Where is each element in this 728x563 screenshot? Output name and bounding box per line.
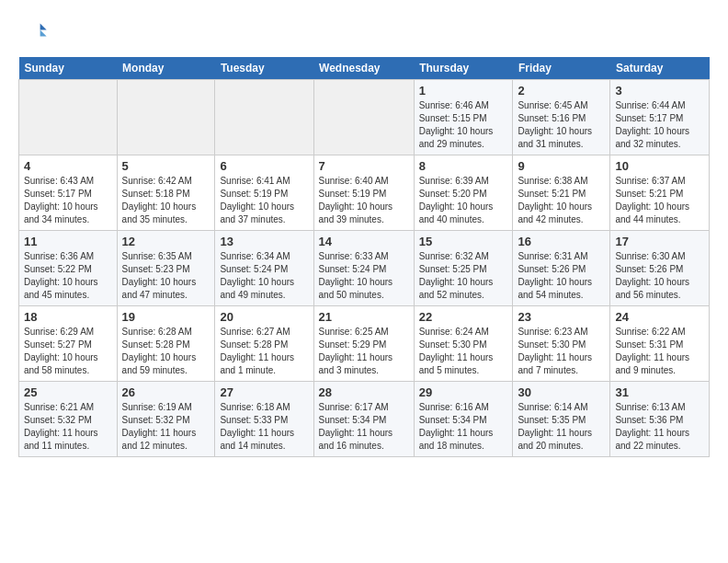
day-number: 25 [24, 385, 112, 399]
svg-marker-1 [40, 30, 47, 37]
calendar-cell: 5Sunrise: 6:42 AMSunset: 5:18 PMDaylight… [117, 155, 215, 231]
day-number: 1 [419, 84, 508, 98]
calendar-cell: 13Sunrise: 6:34 AMSunset: 5:24 PMDayligh… [215, 231, 313, 306]
calendar-cell: 21Sunrise: 6:25 AMSunset: 5:29 PMDayligh… [313, 306, 414, 382]
day-number: 22 [419, 310, 508, 324]
week-row-2: 4Sunrise: 6:43 AMSunset: 5:17 PMDaylight… [19, 155, 710, 231]
day-number: 21 [319, 310, 409, 324]
calendar-cell: 28Sunrise: 6:17 AMSunset: 5:34 PMDayligh… [313, 382, 414, 457]
calendar-cell: 17Sunrise: 6:30 AMSunset: 5:26 PMDayligh… [610, 231, 710, 306]
day-info: Sunrise: 6:18 AMSunset: 5:33 PMDaylight:… [220, 401, 308, 453]
calendar-cell: 1Sunrise: 6:46 AMSunset: 5:15 PMDaylight… [414, 80, 513, 155]
day-info: Sunrise: 6:42 AMSunset: 5:18 PMDaylight:… [122, 175, 210, 226]
header-saturday: Saturday [610, 57, 710, 80]
week-row-5: 25Sunrise: 6:21 AMSunset: 5:32 PMDayligh… [19, 382, 710, 457]
day-number: 3 [615, 84, 704, 98]
day-number: 2 [518, 84, 605, 98]
day-info: Sunrise: 6:17 AMSunset: 5:34 PMDaylight:… [319, 401, 409, 453]
calendar-cell: 11Sunrise: 6:36 AMSunset: 5:22 PMDayligh… [19, 231, 118, 306]
day-info: Sunrise: 6:41 AMSunset: 5:19 PMDaylight:… [220, 175, 308, 226]
day-number: 15 [419, 235, 508, 248]
day-info: Sunrise: 6:31 AMSunset: 5:26 PMDaylight:… [518, 250, 605, 302]
calendar-cell: 20Sunrise: 6:27 AMSunset: 5:28 PMDayligh… [215, 306, 313, 382]
day-number: 18 [24, 310, 112, 324]
day-info: Sunrise: 6:34 AMSunset: 5:24 PMDaylight:… [220, 250, 308, 302]
calendar-header-row: SundayMondayTuesdayWednesdayThursdayFrid… [19, 57, 710, 80]
calendar-cell: 30Sunrise: 6:14 AMSunset: 5:35 PMDayligh… [513, 382, 610, 457]
day-number: 26 [122, 385, 210, 399]
header-sunday: Sunday [19, 57, 118, 80]
calendar-cell: 23Sunrise: 6:23 AMSunset: 5:30 PMDayligh… [513, 306, 610, 382]
day-number: 23 [518, 310, 605, 324]
day-number: 16 [518, 235, 605, 248]
day-info: Sunrise: 6:40 AMSunset: 5:19 PMDaylight:… [319, 175, 409, 226]
day-info: Sunrise: 6:46 AMSunset: 5:15 PMDaylight:… [419, 99, 508, 151]
calendar-cell: 4Sunrise: 6:43 AMSunset: 5:17 PMDaylight… [19, 155, 118, 231]
calendar-cell: 8Sunrise: 6:39 AMSunset: 5:20 PMDaylight… [414, 155, 513, 231]
day-info: Sunrise: 6:45 AMSunset: 5:16 PMDaylight:… [518, 99, 605, 151]
day-info: Sunrise: 6:39 AMSunset: 5:20 PMDaylight:… [419, 175, 508, 226]
day-info: Sunrise: 6:36 AMSunset: 5:22 PMDaylight:… [24, 250, 112, 302]
calendar-cell: 18Sunrise: 6:29 AMSunset: 5:27 PMDayligh… [19, 306, 118, 382]
calendar-cell: 19Sunrise: 6:28 AMSunset: 5:28 PMDayligh… [117, 306, 215, 382]
day-number: 14 [319, 235, 409, 248]
day-number: 17 [615, 235, 704, 248]
day-info: Sunrise: 6:22 AMSunset: 5:31 PMDaylight:… [615, 326, 704, 377]
calendar-cell: 10Sunrise: 6:37 AMSunset: 5:21 PMDayligh… [610, 155, 710, 231]
calendar-cell: 26Sunrise: 6:19 AMSunset: 5:32 PMDayligh… [117, 382, 215, 457]
week-row-1: 1Sunrise: 6:46 AMSunset: 5:15 PMDaylight… [19, 80, 710, 155]
day-info: Sunrise: 6:19 AMSunset: 5:32 PMDaylight:… [122, 401, 210, 453]
day-info: Sunrise: 6:13 AMSunset: 5:36 PMDaylight:… [615, 401, 704, 453]
day-info: Sunrise: 6:16 AMSunset: 5:34 PMDaylight:… [419, 401, 508, 453]
calendar-cell: 25Sunrise: 6:21 AMSunset: 5:32 PMDayligh… [19, 382, 118, 457]
day-info: Sunrise: 6:29 AMSunset: 5:27 PMDaylight:… [24, 326, 112, 377]
day-number: 24 [615, 310, 704, 324]
calendar-cell [215, 80, 313, 155]
header-wednesday: Wednesday [313, 57, 414, 80]
day-number: 11 [24, 235, 112, 248]
calendar-cell [313, 80, 414, 155]
calendar-cell [117, 80, 215, 155]
calendar-cell: 2Sunrise: 6:45 AMSunset: 5:16 PMDaylight… [513, 80, 610, 155]
day-info: Sunrise: 6:23 AMSunset: 5:30 PMDaylight:… [518, 326, 605, 377]
day-number: 8 [419, 159, 508, 173]
calendar-cell: 9Sunrise: 6:38 AMSunset: 5:21 PMDaylight… [513, 155, 610, 231]
day-info: Sunrise: 6:32 AMSunset: 5:25 PMDaylight:… [419, 250, 508, 302]
calendar-cell: 27Sunrise: 6:18 AMSunset: 5:33 PMDayligh… [215, 382, 313, 457]
day-number: 20 [220, 310, 308, 324]
calendar-cell: 24Sunrise: 6:22 AMSunset: 5:31 PMDayligh… [610, 306, 710, 382]
day-info: Sunrise: 6:24 AMSunset: 5:30 PMDaylight:… [419, 326, 508, 377]
day-number: 12 [122, 235, 210, 248]
calendar-cell: 3Sunrise: 6:44 AMSunset: 5:17 PMDaylight… [610, 80, 710, 155]
day-number: 28 [319, 385, 409, 399]
calendar-cell: 31Sunrise: 6:13 AMSunset: 5:36 PMDayligh… [610, 382, 710, 457]
day-number: 4 [24, 159, 112, 173]
svg-marker-0 [40, 24, 47, 30]
day-info: Sunrise: 6:38 AMSunset: 5:21 PMDaylight:… [518, 175, 605, 226]
day-number: 7 [319, 159, 409, 173]
day-number: 13 [220, 235, 308, 248]
header [18, 15, 710, 48]
day-number: 6 [220, 159, 308, 173]
calendar-cell: 22Sunrise: 6:24 AMSunset: 5:30 PMDayligh… [414, 306, 513, 382]
calendar-table: SundayMondayTuesdayWednesdayThursdayFrid… [18, 57, 710, 457]
header-tuesday: Tuesday [215, 57, 313, 80]
day-info: Sunrise: 6:33 AMSunset: 5:24 PMDaylight:… [319, 250, 409, 302]
header-thursday: Thursday [414, 57, 513, 80]
header-friday: Friday [513, 57, 610, 80]
calendar-cell: 6Sunrise: 6:41 AMSunset: 5:19 PMDaylight… [215, 155, 313, 231]
calendar-cell [19, 80, 118, 155]
week-row-4: 18Sunrise: 6:29 AMSunset: 5:27 PMDayligh… [19, 306, 710, 382]
calendar-cell: 15Sunrise: 6:32 AMSunset: 5:25 PMDayligh… [414, 231, 513, 306]
day-info: Sunrise: 6:43 AMSunset: 5:17 PMDaylight:… [24, 175, 112, 226]
calendar-cell: 16Sunrise: 6:31 AMSunset: 5:26 PMDayligh… [513, 231, 610, 306]
day-number: 30 [518, 385, 605, 399]
day-info: Sunrise: 6:25 AMSunset: 5:29 PMDaylight:… [319, 326, 409, 377]
week-row-3: 11Sunrise: 6:36 AMSunset: 5:22 PMDayligh… [19, 231, 710, 306]
header-monday: Monday [117, 57, 215, 80]
day-info: Sunrise: 6:21 AMSunset: 5:32 PMDaylight:… [24, 401, 112, 453]
day-number: 27 [220, 385, 308, 399]
day-info: Sunrise: 6:14 AMSunset: 5:35 PMDaylight:… [518, 401, 605, 453]
day-number: 5 [122, 159, 210, 173]
day-number: 29 [419, 385, 508, 399]
